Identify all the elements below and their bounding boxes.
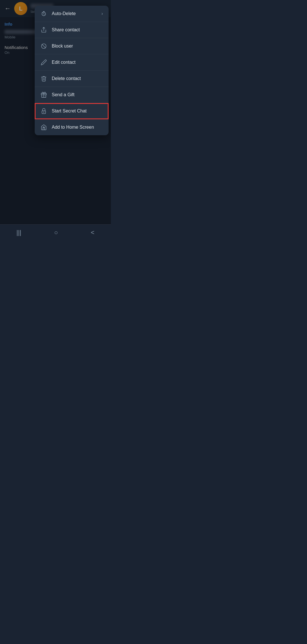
menu-label-auto-delete: Auto-Delete [52, 11, 97, 16]
nav-home-button[interactable]: ○ [47, 227, 65, 239]
menu-item-add-home-screen[interactable]: Add to Home Screen [35, 119, 109, 135]
menu-item-send-gift[interactable]: Send a Gift [35, 87, 109, 103]
nav-recent-button[interactable]: ||| [10, 227, 28, 239]
share-icon [40, 26, 47, 33]
bottom-nav: ||| ○ < [0, 224, 111, 240]
menu-item-edit-contact[interactable]: Edit contact [35, 54, 109, 71]
menu-item-auto-delete[interactable]: Auto-Delete › [35, 6, 109, 22]
dropdown-menu: Auto-Delete › Share contact Block user [35, 6, 109, 135]
menu-item-block-user[interactable]: Block user [35, 38, 109, 54]
add-home-icon [40, 124, 47, 131]
edit-icon [40, 59, 47, 66]
chevron-right-icon: › [101, 11, 103, 16]
trash-icon [40, 75, 47, 82]
menu-label-start-secret-chat: Start Secret Chat [52, 108, 103, 114]
timer-icon [40, 10, 47, 17]
menu-item-start-secret-chat[interactable]: Start Secret Chat [35, 103, 109, 119]
svg-point-7 [43, 112, 44, 112]
menu-label-delete-contact: Delete contact [52, 76, 103, 81]
svg-line-3 [42, 44, 46, 48]
menu-label-block-user: Block user [52, 44, 103, 49]
menu-label-send-gift: Send a Gift [52, 92, 103, 97]
menu-label-edit-contact: Edit contact [52, 60, 103, 65]
block-icon [40, 43, 47, 50]
lock-icon [40, 108, 47, 114]
menu-label-share-contact: Share contact [52, 27, 103, 32]
nav-back-button[interactable]: < [84, 227, 101, 239]
menu-item-delete-contact[interactable]: Delete contact [35, 71, 109, 87]
menu-item-share-contact[interactable]: Share contact [35, 22, 109, 38]
menu-label-add-home-screen: Add to Home Screen [52, 125, 103, 130]
gift-icon [40, 91, 47, 98]
